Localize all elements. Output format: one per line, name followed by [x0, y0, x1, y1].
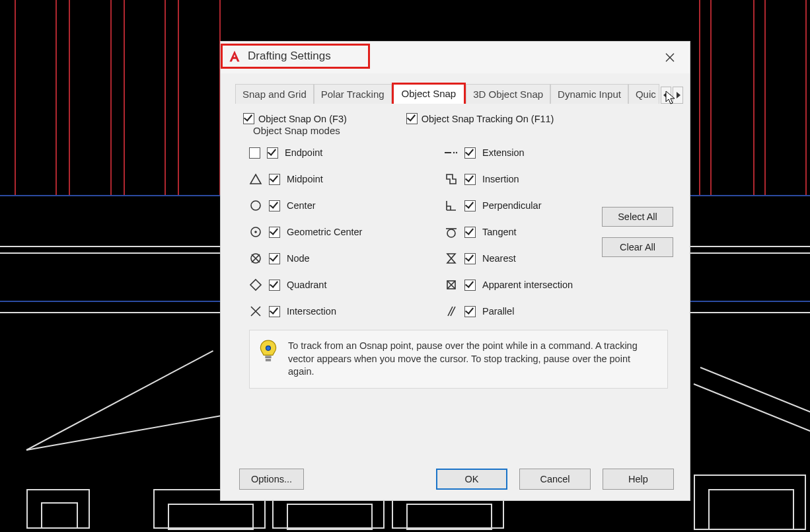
title-highlight-box: Drafting Settings — [221, 44, 370, 69]
checkbox-extension[interactable] — [464, 147, 476, 159]
svg-rect-8 — [265, 356, 271, 358]
checkbox-nearest[interactable] — [464, 253, 476, 264]
label-geometric-center: Geometric Center — [287, 227, 362, 237]
tab-dynamic-input[interactable]: Dynamic Input — [550, 84, 628, 104]
hint-text: To track from an Osnap point, pause over… — [288, 340, 655, 379]
lightbulb-icon — [259, 340, 277, 365]
checkbox-insertion[interactable] — [464, 174, 476, 185]
tab-strip: Snap and Grid Polar Tracking Object Snap… — [221, 73, 690, 104]
close-icon — [665, 53, 675, 62]
node-icon — [249, 252, 262, 265]
tab-quick-truncated[interactable]: Quic — [628, 84, 659, 104]
checkbox-parallel[interactable] — [464, 306, 476, 317]
tab-3d-object-snap[interactable]: 3D Object Snap — [466, 84, 550, 104]
modes-legend: Object Snap modes — [250, 125, 343, 136]
checkbox-midpoint[interactable] — [269, 174, 280, 185]
midpoint-triangle-icon — [249, 172, 262, 186]
svg-point-2 — [251, 201, 260, 210]
checkbox-geometric-center[interactable] — [269, 227, 280, 238]
svg-rect-9 — [266, 359, 271, 361]
checkbox-perpendicular[interactable] — [464, 200, 476, 211]
svg-point-10 — [266, 346, 270, 350]
svg-point-1 — [456, 152, 457, 153]
dialog-title: Drafting Settings — [248, 50, 331, 63]
intersection-x-icon — [249, 305, 262, 318]
dialog-footer: Options... OK Cancel Help — [221, 469, 690, 490]
label-center: Center — [287, 200, 316, 211]
geometric-center-icon — [249, 225, 262, 239]
label-node: Node — [287, 253, 310, 264]
checkbox-apparent-intersection[interactable] — [464, 280, 476, 291]
svg-point-0 — [453, 152, 455, 153]
tab-snap-and-grid[interactable]: Snap and Grid — [235, 84, 314, 104]
tracking-hint: To track from an Osnap point, pause over… — [249, 330, 668, 389]
endpoint-symbol-square-icon — [249, 147, 260, 159]
label-parallel: Parallel — [482, 306, 514, 317]
tab-content: Object Snap On (F3) Object Snap Tracking… — [221, 104, 690, 404]
tangent-icon — [445, 225, 458, 239]
label-object-snap-tracking-on: Object Snap Tracking On (F11) — [422, 114, 554, 124]
select-all-button[interactable]: Select All — [602, 207, 673, 227]
svg-point-5 — [447, 229, 455, 237]
label-object-snap-on: Object Snap On (F3) — [258, 114, 347, 124]
quadrant-diamond-icon — [249, 278, 262, 291]
label-extension: Extension — [482, 147, 525, 158]
triangle-right-icon — [675, 92, 681, 98]
drafting-settings-dialog: Drafting Settings Snap and Grid Polar Tr… — [220, 41, 690, 501]
checkbox-tangent[interactable] — [464, 227, 476, 238]
label-endpoint: Endpoint — [285, 147, 322, 158]
clear-all-button[interactable]: Clear All — [602, 237, 673, 257]
autocad-logo-icon — [228, 50, 241, 63]
help-button[interactable]: Help — [603, 469, 674, 490]
parallel-icon — [445, 305, 458, 318]
apparent-intersection-icon — [445, 278, 458, 291]
close-button[interactable] — [657, 46, 683, 69]
label-apparent-intersection: Apparent intersection — [482, 280, 573, 290]
options-button[interactable]: Options... — [239, 469, 304, 490]
label-insertion: Insertion — [482, 174, 519, 184]
ok-button[interactable]: OK — [436, 469, 507, 490]
tab-scroll-right[interactable] — [673, 87, 683, 104]
svg-point-4 — [254, 231, 257, 233]
tab-scroll-left[interactable] — [661, 87, 671, 104]
checkbox-object-snap-tracking-on[interactable] — [406, 113, 418, 124]
label-midpoint: Midpoint — [287, 174, 323, 184]
checkbox-object-snap-on[interactable] — [243, 113, 254, 124]
label-intersection: Intersection — [287, 306, 336, 317]
nearest-hourglass-icon — [445, 252, 458, 265]
checkbox-intersection[interactable] — [269, 306, 280, 317]
insertion-icon — [445, 172, 458, 186]
titlebar: Drafting Settings — [221, 42, 690, 73]
label-quadrant: Quadrant — [287, 280, 326, 290]
tab-object-snap[interactable]: Object Snap — [392, 83, 466, 104]
cancel-button[interactable]: Cancel — [519, 469, 591, 490]
center-circle-icon — [249, 199, 262, 212]
perpendicular-icon — [445, 199, 458, 212]
checkbox-center[interactable] — [269, 200, 280, 211]
label-tangent: Tangent — [482, 227, 517, 237]
label-nearest: Nearest — [482, 253, 516, 264]
checkbox-quadrant[interactable] — [269, 280, 280, 291]
tab-polar-tracking[interactable]: Polar Tracking — [314, 84, 392, 104]
triangle-left-icon — [663, 92, 669, 98]
extension-icon — [445, 146, 458, 159]
checkbox-endpoint[interactable] — [267, 147, 278, 159]
checkbox-node[interactable] — [269, 253, 280, 264]
label-perpendicular: Perpendicular — [482, 200, 541, 211]
